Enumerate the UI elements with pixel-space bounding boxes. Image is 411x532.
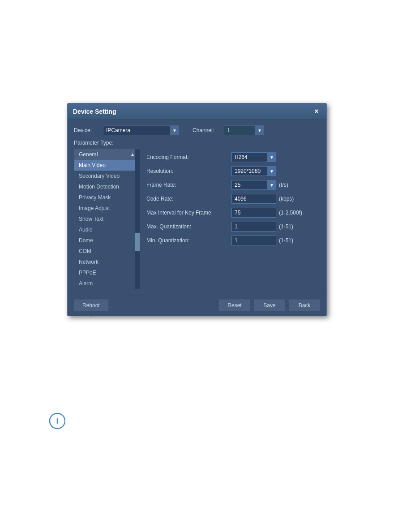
frame-rate-row: Frame Rate: 25 ▼ (f/s) bbox=[146, 180, 314, 190]
max-interval-unit: (1-2,500f) bbox=[279, 210, 302, 216]
footer-right: Reset Save Back bbox=[219, 300, 320, 311]
device-select[interactable]: IPCamera bbox=[103, 125, 179, 135]
min-quant-row: Min. Quantization: (1-51) bbox=[146, 236, 314, 245]
resolution-row: Resolution: 1920*1080 ▼ bbox=[146, 166, 314, 176]
resolution-label: Resolution: bbox=[146, 168, 231, 174]
reset-button[interactable]: Reset bbox=[219, 300, 250, 311]
info-icon: i bbox=[49, 413, 65, 429]
sidebar-item-privacy-mask[interactable]: Privacy Mask bbox=[74, 192, 140, 203]
save-button[interactable]: Save bbox=[254, 300, 285, 311]
device-select-wrapper: IPCamera ▼ bbox=[103, 125, 179, 135]
min-quant-unit: (1-51) bbox=[279, 237, 293, 244]
channel-select[interactable]: 1 bbox=[224, 125, 264, 135]
device-label: Device: bbox=[74, 127, 98, 133]
code-rate-label: Code Rate: bbox=[146, 196, 231, 202]
sidebar-item-network[interactable]: Network bbox=[74, 257, 140, 267]
content-area: General ▲ Main Video Secondary Video Mot… bbox=[74, 149, 320, 289]
max-quant-label: Max. Quantization: bbox=[146, 223, 231, 230]
encoding-format-row: Encoding Format: H264 ▼ bbox=[146, 152, 314, 162]
svg-text:i: i bbox=[56, 416, 58, 425]
min-quant-label: Min. Quantization: bbox=[146, 237, 231, 244]
sidebar-item-audio[interactable]: Audio bbox=[74, 224, 140, 235]
frame-rate-unit: (f/s) bbox=[279, 182, 288, 188]
max-interval-input[interactable] bbox=[231, 208, 276, 218]
encoding-format-select[interactable]: H264 bbox=[231, 152, 276, 162]
dialog-title: Device Setting bbox=[73, 108, 116, 115]
max-quant-row: Max. Quantization: (1-51) bbox=[146, 222, 314, 232]
code-rate-unit: (kbps) bbox=[279, 196, 294, 202]
dialog-footer: Reboot Reset Save Back bbox=[68, 295, 326, 316]
code-rate-input[interactable] bbox=[231, 194, 276, 204]
footer-left: Reboot bbox=[74, 300, 108, 311]
channel-select-wrapper: 1 ▼ bbox=[224, 125, 264, 135]
sidebar-item-motion-detection[interactable]: Motion Detection bbox=[74, 181, 140, 192]
frame-rate-select[interactable]: 25 bbox=[231, 180, 276, 190]
sidebar-item-main-video[interactable]: Main Video bbox=[74, 160, 140, 171]
encoding-format-label: Encoding Format: bbox=[146, 154, 231, 160]
dialog-body: Device: IPCamera ▼ Channel: 1 ▼ Paramete… bbox=[68, 120, 326, 295]
sidebar-item-show-text[interactable]: Show Text bbox=[74, 214, 140, 224]
channel-label: Channel: bbox=[193, 127, 219, 133]
main-form: Encoding Format: H264 ▼ Resolution: 1920… bbox=[140, 149, 320, 289]
resolution-select[interactable]: 1920*1080 bbox=[231, 166, 276, 176]
encoding-format-select-wrapper: H264 ▼ bbox=[231, 152, 276, 162]
sidebar-item-secondary-video[interactable]: Secondary Video bbox=[74, 171, 140, 181]
sidebar-item-general[interactable]: General ▲ bbox=[74, 149, 140, 160]
max-interval-row: Max Interval for Key Frame: (1-2,500f) bbox=[146, 208, 314, 218]
sidebar-scroll: General ▲ Main Video Secondary Video Mot… bbox=[74, 149, 140, 289]
frame-rate-select-wrapper: 25 ▼ bbox=[231, 180, 276, 190]
dialog-titlebar: Device Setting × bbox=[68, 103, 326, 120]
sidebar-item-alarm[interactable]: Alarm bbox=[74, 278, 140, 289]
max-quant-unit: (1-51) bbox=[279, 223, 293, 230]
max-interval-label: Max Interval for Key Frame: bbox=[146, 210, 231, 216]
device-setting-dialog: Device Setting × Device: IPCamera ▼ Chan… bbox=[67, 103, 327, 316]
sidebar-item-image-adjust[interactable]: Image Adjust bbox=[74, 203, 140, 214]
frame-rate-label: Frame Rate: bbox=[146, 182, 231, 188]
sidebar-item-com[interactable]: COM bbox=[74, 246, 140, 257]
max-quant-input[interactable] bbox=[231, 222, 276, 232]
min-quant-input[interactable] bbox=[231, 236, 276, 245]
back-button[interactable]: Back bbox=[289, 300, 320, 311]
code-rate-row: Code Rate: (kbps) bbox=[146, 194, 314, 204]
sidebar: General ▲ Main Video Secondary Video Mot… bbox=[74, 149, 140, 289]
param-type-label: Parameter Type: bbox=[74, 140, 320, 146]
device-channel-row: Device: IPCamera ▼ Channel: 1 ▼ bbox=[74, 125, 320, 135]
close-button[interactable]: × bbox=[312, 107, 321, 116]
reboot-button[interactable]: Reboot bbox=[74, 300, 108, 311]
sidebar-item-pppoe[interactable]: PPPoE bbox=[74, 267, 140, 278]
scrollbar-thumb[interactable] bbox=[135, 233, 140, 251]
sidebar-item-dome[interactable]: Dome bbox=[74, 235, 140, 246]
sidebar-scrollbar[interactable] bbox=[135, 149, 140, 289]
resolution-select-wrapper: 1920*1080 ▼ bbox=[231, 166, 276, 176]
